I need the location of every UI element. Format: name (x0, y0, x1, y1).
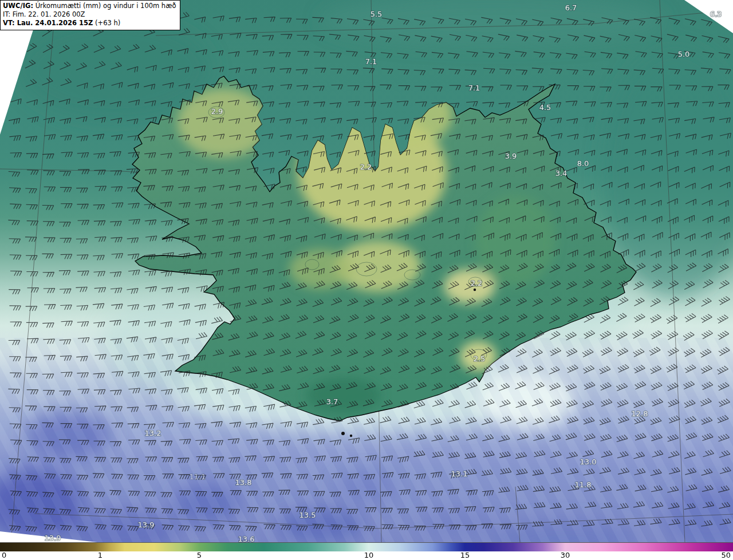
contour-label: 7.1 (468, 84, 480, 92)
colorbar-tick-labels: 01510153050 (0, 551, 733, 560)
colorbar-tick-label: 5 (197, 551, 202, 559)
colorbar-tick-label: 15 (460, 551, 470, 559)
title-box: UWC/IG: Úrkomumætti (mm) og vindur i 100… (0, 0, 180, 30)
contour-label: 4.5 (539, 103, 551, 112)
colorbar-tick-label: 50 (721, 551, 731, 559)
contour-label: 7.1 (365, 57, 377, 66)
contour-label: 2.2 (471, 279, 483, 287)
contour-label: 13.9 (138, 520, 155, 529)
contour-label: 13.1 (451, 470, 468, 478)
contour-label: 3.9 (505, 152, 517, 160)
colorbar-tick-label: 0 (2, 551, 6, 559)
contour-label: 3.4 (555, 169, 568, 178)
contour-label: 2.5 (474, 354, 486, 363)
contour-label: 5.0 (678, 50, 690, 58)
contour-label: 13.2 (145, 429, 161, 437)
contour-label: 12.8 (632, 409, 648, 418)
contour-label: 13.9 (45, 534, 61, 542)
contour-label: 2.2 (360, 163, 372, 171)
contour-label: 2.9 (211, 107, 223, 116)
contour-label: 3.7 (326, 397, 338, 406)
contour-label: 6.3 (710, 10, 722, 18)
weather-map-screen: 5.56.76.37.17.15.04.53.93.48.02.92.22.22… (0, 0, 733, 560)
contour-label: 11.8 (575, 480, 592, 489)
title-line-1: UWC/IG: Úrkomumætti (mm) og vindur i 100… (3, 2, 176, 10)
colorbar-tick-label: 1 (98, 551, 103, 559)
contour-label: 13.0 (580, 458, 597, 466)
colorbar-tick-label: 30 (561, 551, 570, 559)
contour-label: 13.5 (299, 511, 316, 519)
contour-label: 6.7 (565, 3, 577, 12)
map-area: 5.56.76.37.17.15.04.53.93.48.02.92.22.22… (0, 0, 733, 542)
title-text: Úrkomumætti (mm) og vindur i 100m hæð (33, 2, 176, 10)
precipitation-colorbar (0, 542, 733, 551)
contour-label: 13.8 (235, 478, 252, 487)
contour-label: 13.6 (238, 535, 255, 542)
valid-time-line: VT: Lau. 24.01.2026 15Z (+63 h) (3, 19, 176, 27)
colorbar-tick-label: 10 (364, 551, 374, 559)
valid-time: VT: Lau. 24.01.2026 15Z (3, 19, 93, 27)
contour-label: 11.1 (190, 472, 206, 481)
lead-time: (+63 h) (93, 19, 120, 27)
model-id: UWC/IG: (3, 2, 33, 10)
map-canvas: 5.56.76.37.17.15.04.53.93.48.02.92.22.22… (0, 0, 733, 542)
init-time-line: IT: Fim. 22. 01. 2026 00Z (3, 10, 176, 19)
contour-label: 5.5 (371, 10, 383, 18)
contour-label: 8.0 (577, 159, 589, 168)
